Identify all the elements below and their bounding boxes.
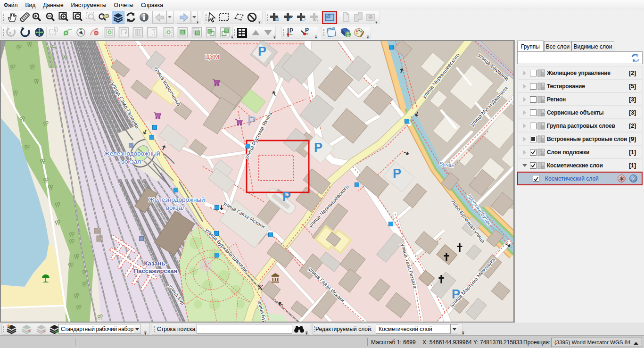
svg-text:Железнодорожный: Железнодорожный [104, 150, 160, 157]
svg-text:P: P [393, 166, 401, 181]
svg-text:P: P [314, 141, 322, 155]
svg-text:Пассажирская: Пассажирская [134, 267, 177, 274]
svg-text:xy: xy [314, 18, 318, 22]
svg-text:Железнодорожный: Железнодорожный [149, 196, 205, 203]
svg-text:вокзал: вокзал [121, 158, 141, 165]
svg-text:x: x [9, 31, 11, 35]
svg-text:вокзал: вокзал [166, 204, 186, 211]
svg-text:P: P [305, 27, 309, 33]
svg-text:P: P [282, 190, 291, 204]
svg-text:Казань-: Казань- [144, 260, 167, 267]
svg-text:ЦУМ: ЦУМ [205, 53, 219, 60]
svg-text:P: P [248, 114, 256, 128]
svg-text:P: P [258, 44, 266, 58]
svg-text:P: P [289, 27, 293, 34]
